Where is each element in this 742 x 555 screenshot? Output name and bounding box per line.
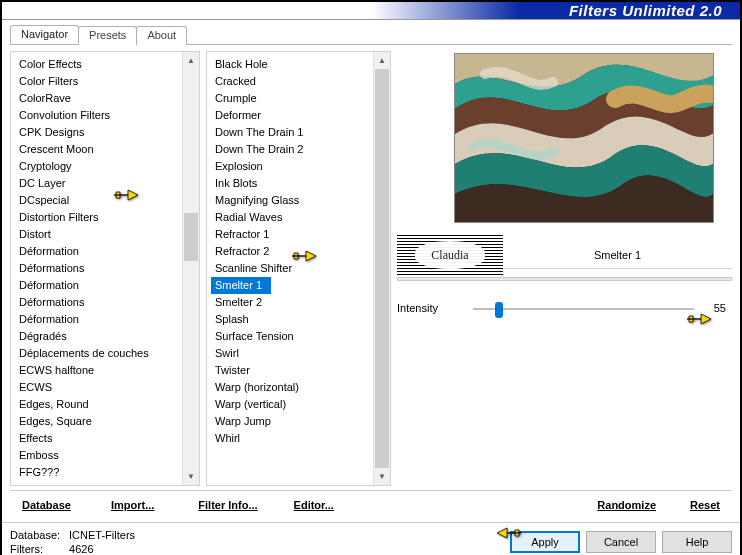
- category-item[interactable]: Crescent Moon: [15, 141, 182, 158]
- category-item[interactable]: Distort: [15, 226, 182, 243]
- category-item[interactable]: Dégradés: [15, 328, 182, 345]
- category-item[interactable]: Effects: [15, 430, 182, 447]
- cmd-randomize[interactable]: Randomize: [589, 497, 664, 513]
- category-item[interactable]: Déformation: [15, 243, 182, 260]
- category-item[interactable]: DCspecial: [15, 192, 182, 209]
- param-slider[interactable]: [473, 299, 694, 317]
- db-label: Database:: [10, 528, 66, 542]
- preview-pane: Claudia Smelter 1 Intensity55: [397, 51, 732, 486]
- filter-item[interactable]: Down The Drain 1: [211, 124, 373, 141]
- filter-item[interactable]: Warp Jump: [211, 413, 373, 430]
- filter-item[interactable]: Explosion: [211, 158, 373, 175]
- filter-item[interactable]: Refractor 2: [211, 243, 373, 260]
- filter-item[interactable]: Surface Tension: [211, 328, 373, 345]
- filters-scrollbar[interactable]: ▲ ▼: [373, 52, 390, 485]
- filters-pane: Black HoleCrackedCrumpleDeformerDown The…: [206, 51, 391, 486]
- categories-list[interactable]: Color EffectsColor FiltersColorRaveConvo…: [11, 52, 182, 485]
- filter-item[interactable]: Refractor 1: [211, 226, 373, 243]
- tab-about[interactable]: About: [136, 26, 187, 45]
- category-item[interactable]: Cryptology: [15, 158, 182, 175]
- slider-thumb[interactable]: [495, 302, 503, 318]
- filter-item[interactable]: Swirl: [211, 345, 373, 362]
- category-item[interactable]: ECWS halftone: [15, 362, 182, 379]
- category-item[interactable]: Color Filters: [15, 73, 182, 90]
- param-row: Intensity55: [397, 299, 732, 317]
- filter-item[interactable]: Black Hole: [211, 56, 373, 73]
- preview-image: [454, 53, 714, 223]
- scroll-up-icon[interactable]: ▲: [374, 52, 390, 69]
- footer-buttons: Apply Cancel Help: [510, 531, 732, 553]
- category-item[interactable]: DC Layer: [15, 175, 182, 192]
- cmd-reset[interactable]: Reset: [682, 497, 728, 513]
- footer: Database: ICNET-Filters Filters: 4626 Ap…: [2, 522, 740, 555]
- filters-list[interactable]: Black HoleCrackedCrumpleDeformerDown The…: [207, 52, 373, 485]
- cmd-import[interactable]: Import...: [103, 497, 162, 513]
- filter-item[interactable]: Splash: [211, 311, 373, 328]
- scroll-up-icon[interactable]: ▲: [183, 52, 199, 69]
- param-label: Intensity: [397, 302, 467, 314]
- filter-item[interactable]: Twister: [211, 362, 373, 379]
- title-bar: Filters Unlimited 2.0: [2, 2, 740, 20]
- filter-item[interactable]: Warp (vertical): [211, 396, 373, 413]
- main-area: NavigatorPresetsAbout Color EffectsColor…: [2, 20, 740, 522]
- app-window: Filters Unlimited 2.0 NavigatorPresetsAb…: [0, 0, 742, 555]
- filter-item[interactable]: Smelter 2: [211, 294, 373, 311]
- tab-presets[interactable]: Presets: [78, 26, 137, 45]
- scroll-down-icon[interactable]: ▼: [183, 468, 199, 485]
- content-row: Color EffectsColor FiltersColorRaveConvo…: [10, 45, 732, 486]
- category-item[interactable]: Déplacements de couches: [15, 345, 182, 362]
- categories-pane: Color EffectsColor FiltersColorRaveConvo…: [10, 51, 200, 486]
- category-item[interactable]: Convolution Filters: [15, 107, 182, 124]
- category-item[interactable]: Déformation: [15, 277, 182, 294]
- cmd-filter-info[interactable]: Filter Info...: [190, 497, 265, 513]
- category-item[interactable]: Déformations: [15, 260, 182, 277]
- category-item[interactable]: Distortion Filters: [15, 209, 182, 226]
- scroll-track[interactable]: [183, 69, 199, 468]
- filter-item[interactable]: Cracked: [211, 73, 373, 90]
- param-value: 55: [700, 302, 726, 314]
- command-bar: Database Import... Filter Info... Editor…: [10, 490, 732, 519]
- cmd-database[interactable]: Database: [14, 497, 79, 513]
- categories-scrollbar[interactable]: ▲ ▼: [182, 52, 199, 485]
- filter-item[interactable]: Crumple: [211, 90, 373, 107]
- watermark-text: Claudia: [431, 248, 468, 263]
- cancel-button[interactable]: Cancel: [586, 531, 656, 553]
- scroll-down-icon[interactable]: ▼: [374, 468, 390, 485]
- category-item[interactable]: ColorRave: [15, 90, 182, 107]
- filters-count-label: Filters:: [10, 542, 66, 555]
- filter-item[interactable]: Whirl: [211, 430, 373, 447]
- scroll-track[interactable]: [374, 69, 390, 468]
- category-item[interactable]: Edges, Square: [15, 413, 182, 430]
- tab-strip: NavigatorPresetsAbout: [10, 25, 732, 45]
- filter-item[interactable]: Down The Drain 2: [211, 141, 373, 158]
- filter-item[interactable]: Smelter 1: [211, 277, 271, 294]
- category-item[interactable]: Déformation: [15, 311, 182, 328]
- category-item[interactable]: Déformations: [15, 294, 182, 311]
- category-item[interactable]: CPK Designs: [15, 124, 182, 141]
- scroll-thumb[interactable]: [184, 213, 198, 261]
- filters-count-value: 4626: [69, 543, 93, 555]
- category-item[interactable]: Color Effects: [15, 56, 182, 73]
- filter-item[interactable]: Deformer: [211, 107, 373, 124]
- category-item[interactable]: Edges, Round: [15, 396, 182, 413]
- apply-button[interactable]: Apply: [510, 531, 580, 553]
- category-item[interactable]: FFG???: [15, 464, 182, 481]
- cmd-editor[interactable]: Editor...: [286, 497, 342, 513]
- help-button[interactable]: Help: [662, 531, 732, 553]
- filter-item[interactable]: Scanline Shifter: [211, 260, 373, 277]
- filter-item[interactable]: Magnifying Glass: [211, 192, 373, 209]
- filter-item[interactable]: Warp (horizontal): [211, 379, 373, 396]
- category-item[interactable]: Emboss: [15, 447, 182, 464]
- app-title: Filters Unlimited 2.0: [569, 2, 722, 19]
- current-filter-name: Smelter 1: [503, 241, 732, 269]
- filter-item[interactable]: Ink Blots: [211, 175, 373, 192]
- filter-item[interactable]: Radial Waves: [211, 209, 373, 226]
- category-item[interactable]: ECWS: [15, 379, 182, 396]
- tab-navigator[interactable]: Navigator: [10, 25, 79, 44]
- filter-header: Claudia Smelter 1: [397, 235, 732, 275]
- watermark-logo: Claudia: [397, 235, 503, 275]
- db-value: ICNET-Filters: [69, 529, 135, 541]
- scroll-thumb[interactable]: [375, 69, 389, 468]
- footer-info: Database: ICNET-Filters Filters: 4626: [10, 528, 510, 555]
